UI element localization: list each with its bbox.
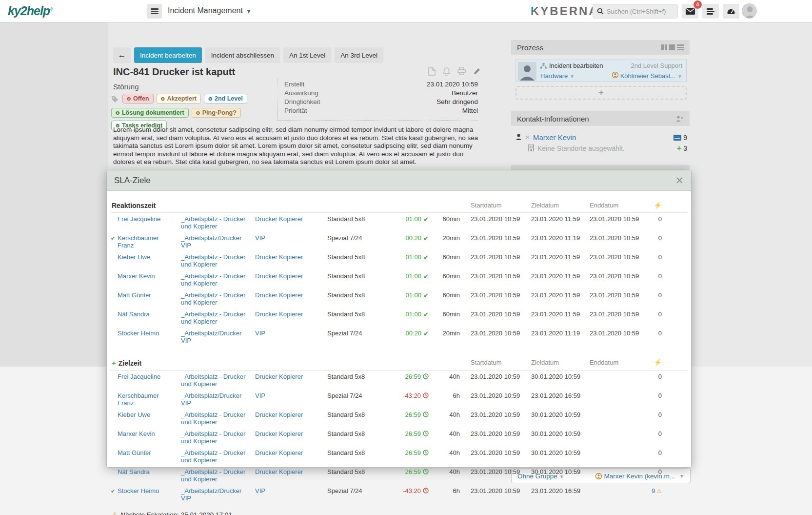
ticket-table-icon[interactable] (673, 135, 681, 141)
edit-pencil-icon[interactable] (473, 67, 481, 78)
sla-subcategory-link[interactable]: Drucker Kopierer (255, 411, 327, 418)
check-icon: ✔ (423, 254, 429, 261)
sla-person-link[interactable]: Stocker Heimo (118, 487, 181, 494)
gear-icon: ⚙ (196, 110, 200, 116)
sla-subcategory-link[interactable]: VIP (255, 234, 327, 242)
process-category-dropdown[interactable]: Hardware▼ (540, 72, 574, 80)
sla-subcategory-link[interactable]: Drucker Kopierer (255, 215, 327, 223)
document-icon[interactable] (428, 67, 436, 78)
clock-icon (421, 449, 429, 456)
add-contact-icon[interactable] (675, 115, 684, 123)
sla-subcategory-link[interactable]: Drucker Kopierer (255, 430, 327, 437)
action-button-incident-abschliessen[interactable]: Incident abschliessen (205, 47, 280, 63)
sla-category-link[interactable]: _Arbeitsplatz - Drucker und Kopierer (181, 272, 255, 287)
sla-subcategory-link[interactable]: Drucker Kopierer (255, 291, 327, 299)
app-menu-dropdown[interactable]: Incident Management▼ (168, 6, 252, 15)
sla-category-link[interactable]: _Arbeitsplatz - Drucker und Kopierer (181, 215, 255, 230)
tag-ping-pong[interactable]: ⚙Ping-Pong? (192, 108, 241, 118)
sla-category-link[interactable]: _Arbeitsplatz - Drucker und Kopierer (181, 291, 255, 306)
escalation-value: 0 (658, 272, 662, 280)
action-button-incident-bearbeiten[interactable]: Incident bearbeiten (134, 47, 202, 63)
time-value: -43:20 (403, 487, 421, 494)
remove-contact-icon[interactable]: ✕ (525, 134, 530, 141)
sla-subcategory-link[interactable]: Drucker Kopierer (255, 272, 327, 280)
close-icon[interactable]: ✕ (675, 175, 684, 185)
sla-person-link[interactable]: Näf Sandra (118, 468, 181, 475)
sla-subcategory-link[interactable]: Drucker Kopierer (255, 253, 327, 261)
sla-subcategory-link[interactable]: VIP (255, 392, 327, 399)
sla-start-date: 23.01.2020 10:59 (460, 310, 525, 318)
sla-category-link[interactable]: _Arbeitsplatz/Drucker VIP (181, 392, 255, 407)
escalation-value: 0 (658, 430, 662, 437)
add-process-step-button[interactable]: + (515, 86, 687, 100)
sla-subcategory-link[interactable]: Drucker Kopierer (255, 373, 327, 380)
sla-person-link[interactable]: Matt Günter (118, 449, 181, 456)
incident-action-toolbar: ← Incident bearbeitenIncident abschliess… (113, 47, 383, 63)
dashboard-button[interactable] (723, 4, 739, 19)
sla-duration: 60min (430, 215, 460, 223)
sla-subcategory-link[interactable]: VIP (255, 330, 327, 337)
action-button-an-3rd-level[interactable]: An 3rd Level (335, 47, 383, 63)
sla-type: Standard 5x8 (327, 468, 390, 475)
sla-subcategory-link[interactable]: Drucker Kopierer (255, 468, 327, 475)
hamburger-menu-button[interactable] (147, 4, 162, 19)
back-button[interactable]: ← (113, 47, 131, 63)
process-assignee-dropdown[interactable]: Köhlmeier Sebast...▼ (612, 72, 682, 80)
sla-person-link[interactable]: Marxer Kevin (118, 272, 181, 280)
action-button-an-1st-level[interactable]: An 1st Level (283, 47, 331, 63)
add-plus-icon[interactable]: + (677, 144, 681, 153)
sla-subcategory-link[interactable]: Drucker Kopierer (255, 449, 327, 456)
plus-icon: + (112, 359, 116, 367)
sla-person-link[interactable]: Kerschbaumer Franz (118, 234, 181, 249)
sla-person-link[interactable]: Kieber Uwe (118, 411, 181, 418)
queue-list-button[interactable] (702, 4, 719, 19)
sla-category-link[interactable]: _Arbeitsplatz - Drucker und Kopierer (181, 253, 255, 268)
contact-panel-header: Kontakt-Informationen (511, 111, 690, 126)
sla-category-link[interactable]: _Arbeitsplatz - Drucker und Kopierer (181, 430, 255, 445)
search-input[interactable] (607, 8, 675, 15)
view-toggle-icons[interactable] (661, 44, 684, 50)
sla-category-link[interactable]: _Arbeitsplatz/Drucker VIP (181, 330, 255, 344)
sla-start-date: 23.01.2020 10:59 (460, 234, 525, 242)
sla-person-link[interactable]: Kerschbaumer Franz (118, 392, 181, 407)
sla-person-link[interactable]: Matt Günter (118, 291, 181, 299)
tag-2nd-level[interactable]: ⚙2nd Level (204, 94, 247, 103)
process-step-card[interactable]: Incident bearbeiten 2nd Level Support Ha… (515, 60, 687, 82)
sla-category-link[interactable]: _Arbeitsplatz - Drucker und Kopierer (181, 449, 255, 464)
sla-start-date: 23.01.2020 10:59 (460, 392, 525, 399)
contact-name-link[interactable]: Marxer Kevin (533, 133, 576, 142)
column-header-end: Enddatum (584, 202, 642, 209)
sla-category-link[interactable]: _Arbeitsplatz/Drucker VIP (181, 487, 255, 502)
list-view-icon[interactable] (677, 44, 684, 50)
sla-category-link[interactable]: _Arbeitsplatz - Drucker und Kopierer (181, 373, 255, 388)
row-check-icon (111, 468, 118, 469)
gear-icon: ⚙ (127, 96, 131, 102)
printer-icon[interactable] (457, 67, 466, 78)
sla-person-link[interactable]: Marxer Kevin (118, 430, 181, 437)
sla-subcategory-link[interactable]: VIP (255, 487, 327, 494)
sla-start-date: 23.01.2020 10:59 (460, 373, 525, 380)
mail-button[interactable]: 4 (682, 4, 698, 19)
sla-person-link[interactable]: Kieber Uwe (118, 253, 181, 261)
sla-category-link[interactable]: _Arbeitsplatz/Drucker VIP (181, 234, 255, 249)
sla-person-link[interactable]: Frei Jacqueline (118, 373, 181, 380)
tag-offen[interactable]: ⚙Offen (122, 94, 154, 103)
topbar: ky2help® Incident Management▼ KYBERNA 4 (0, 0, 812, 22)
sla-category-link[interactable]: _Arbeitsplatz - Drucker und Kopierer (181, 411, 255, 426)
sla-category-link[interactable]: _Arbeitsplatz - Drucker und Kopierer (181, 468, 255, 483)
user-avatar[interactable] (742, 3, 757, 19)
sla-remaining-time: 00:20✔ (390, 330, 430, 337)
sla-subcategory-link[interactable]: Drucker Kopierer (255, 310, 327, 318)
sla-person-link[interactable]: Näf Sandra (118, 310, 181, 318)
sla-person-link[interactable]: Stocker Heimo (118, 330, 181, 337)
tag-akzeptiert[interactable]: ⚙Akzeptiert (157, 94, 201, 103)
bell-icon[interactable] (443, 67, 450, 78)
sla-category-link[interactable]: _Arbeitsplatz - Drucker und Kopierer (181, 310, 255, 325)
sla-person-link[interactable]: Frei Jacqueline (118, 215, 181, 223)
column-header-start: Startdatum (460, 202, 525, 209)
columns-view-icon[interactable] (661, 44, 667, 50)
sla-remaining-time: 26:59 (390, 468, 430, 475)
card-view-icon[interactable] (669, 44, 675, 50)
tag-l-sung-dokumentiert[interactable]: ⚙Lösung dokumentiert (111, 108, 189, 118)
sla-type: Standard 5x8 (327, 215, 390, 223)
